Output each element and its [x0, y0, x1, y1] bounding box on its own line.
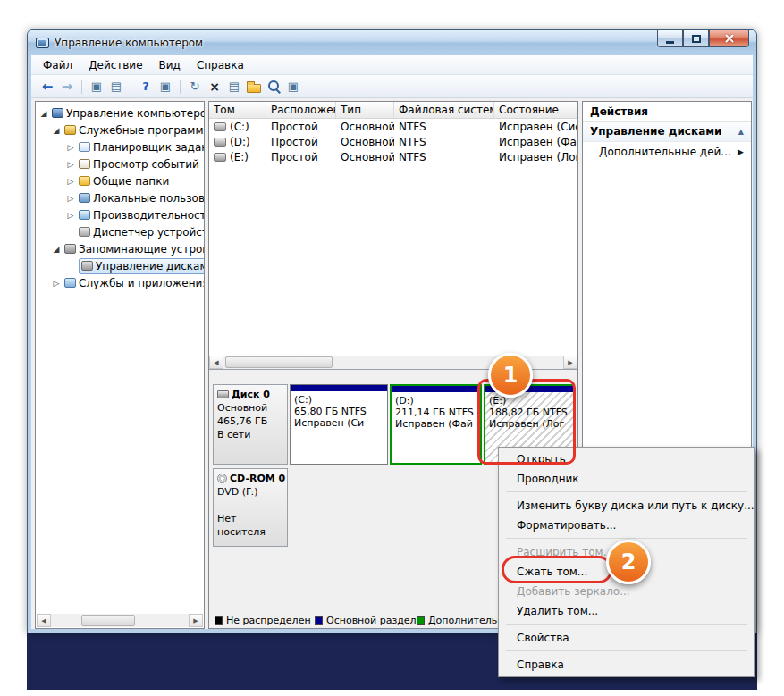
open-folder-icon[interactable] — [245, 79, 263, 95]
scroll-left-button[interactable]: ◀ — [37, 614, 51, 627]
menubar: Файл Действие Вид Справка — [31, 55, 753, 75]
search-icon[interactable] — [265, 79, 282, 95]
toolbar: ← → ▣ ▤ ? ▣ ↻ × ▤ ▣ — [31, 75, 753, 98]
volume-list: Том Расположение Тип Файловая система Со… — [209, 102, 577, 370]
show-console-tree-icon[interactable]: ▣ — [88, 79, 105, 95]
disk-size: 465,76 ГБ — [217, 415, 283, 428]
toolbar-separator — [131, 80, 131, 94]
back-icon[interactable]: ← — [38, 79, 56, 95]
partition-size: 211,14 ГБ NTFS — [395, 407, 476, 418]
menu-item-format[interactable]: Форматировать... — [499, 516, 754, 535]
tree-item-label: Производительность — [93, 209, 204, 222]
collapse-chevron-icon[interactable]: ▲ — [738, 128, 744, 136]
expander-icon[interactable]: ◢ — [51, 126, 62, 135]
column-type[interactable]: Тип — [336, 102, 394, 118]
tree-item-local-users[interactable]: ▷ Локальные пользовате — [36, 189, 204, 206]
device-manager-icon — [79, 227, 90, 237]
partition-name: (C:) — [294, 394, 384, 406]
tree-horizontal-scrollbar[interactable]: ◀ ▶ — [37, 614, 203, 627]
disk-status: В сети — [217, 428, 283, 441]
partition-c[interactable]: (C:) 65,80 ГБ NTFS Исправен (Си — [290, 384, 388, 465]
menu-item-explorer[interactable]: Проводник — [499, 469, 754, 489]
volume-icon — [214, 138, 226, 147]
volume-status: Исправен (Фай — [494, 136, 577, 148]
menu-separator — [506, 624, 747, 625]
volume-row-c[interactable]: (C:) Простой Основной NTFS Исправен (Сис — [209, 119, 577, 134]
menu-view[interactable]: Вид — [151, 56, 189, 74]
tree-item-task-scheduler[interactable]: ▷ Планировщик заданий — [36, 138, 204, 155]
column-filesystem[interactable]: Файловая система — [394, 102, 494, 118]
menu-action[interactable]: Действие — [80, 56, 150, 74]
scroll-right-button[interactable]: ▶ — [189, 614, 203, 627]
volume-icon — [214, 153, 226, 162]
tree-item-label: Планировщик заданий — [93, 141, 204, 154]
cdrom-info-box[interactable]: CD-ROM 0 DVD (F:) Нет носителя — [213, 468, 288, 547]
menu-item-properties[interactable]: Свойства — [499, 628, 754, 648]
cdrom-name: CD-ROM 0 — [230, 472, 285, 485]
tree-item-label: Просмотр событий — [93, 158, 199, 171]
tree-item-computer-management[interactable]: ◢ Управление компьютером (л — [36, 105, 204, 122]
menu-separator — [506, 538, 747, 539]
tree-item-services-apps[interactable]: ▷ Службы и приложения — [36, 274, 204, 291]
properties-icon[interactable]: ▤ — [225, 79, 243, 95]
tree-item-storage[interactable]: ◢ Запоминающие устройст — [36, 240, 204, 257]
expander-icon[interactable]: ▷ — [65, 143, 76, 152]
disk-name: Диск 0 — [232, 388, 270, 401]
tree-item-shared-folders[interactable]: ▷ Общие папки — [36, 172, 204, 189]
expander-icon[interactable]: ◢ — [38, 109, 49, 118]
storage-icon — [64, 244, 76, 254]
expander-icon[interactable]: ▷ — [65, 160, 76, 169]
menu-help[interactable]: Справка — [189, 56, 252, 74]
toolbar-separator — [81, 80, 82, 94]
menu-file[interactable]: Файл — [35, 56, 80, 74]
titlebar[interactable]: Управление компьютером — [28, 30, 756, 55]
refresh-icon[interactable]: ↻ — [186, 79, 204, 95]
menu-item-change-drive-letter[interactable]: Изменить букву диска или путь к диску... — [499, 496, 754, 516]
tree-item-performance[interactable]: ▷ Производительность — [36, 206, 204, 223]
forward-icon[interactable]: → — [58, 79, 76, 95]
actions-group-disk-management[interactable]: Управление дисками ▲ — [583, 122, 751, 142]
layout-icon[interactable]: ▣ — [284, 79, 302, 95]
expander-icon[interactable]: ▷ — [65, 177, 76, 186]
expander-icon[interactable]: ▷ — [65, 194, 76, 203]
show-action-pane-icon[interactable]: ▣ — [156, 79, 174, 95]
export-list-icon[interactable]: ▤ — [107, 79, 125, 95]
menu-item-add-mirror: Добавить зеркало... — [499, 582, 754, 601]
minimize-button[interactable] — [657, 30, 683, 47]
tree-item-label: Диспетчер устройств — [93, 226, 204, 239]
tree-item-device-manager[interactable]: Диспетчер устройств — [36, 223, 204, 240]
column-status[interactable]: Состояние — [494, 102, 577, 118]
delete-icon[interactable]: × — [206, 79, 223, 95]
menu-item-help[interactable]: Справка — [499, 655, 754, 675]
tree-item-disk-management[interactable]: Управление дисками — [36, 257, 204, 274]
tree-item-event-viewer[interactable]: ▷ Просмотр событий — [36, 155, 204, 172]
column-layout[interactable]: Расположение — [266, 102, 336, 118]
volume-type: Основной — [336, 136, 394, 148]
scroll-thumb[interactable] — [225, 356, 333, 368]
disk0-info-box[interactable]: Диск 0 Основной 465,76 ГБ В сети — [213, 384, 288, 465]
tree-item-system-tools[interactable]: ◢ Служебные программы — [36, 122, 204, 138]
actions-title: Действия — [583, 102, 751, 122]
maximize-button[interactable] — [683, 30, 709, 47]
actions-group-label: Управление дисками — [590, 125, 721, 138]
scroll-thumb[interactable] — [81, 615, 135, 626]
scroll-right-button[interactable]: ▶ — [563, 356, 577, 369]
tree-item-label: Служебные программы — [79, 124, 204, 137]
help-icon[interactable]: ? — [137, 79, 155, 95]
disk-icon — [217, 390, 229, 398]
close-button[interactable] — [709, 30, 749, 47]
expander-icon[interactable]: ▷ — [51, 279, 62, 288]
partition-d[interactable]: (D:) 211,14 ГБ NTFS Исправен (Фай — [390, 384, 482, 465]
tools-icon — [64, 125, 76, 135]
expander-icon[interactable]: ▷ — [65, 211, 76, 220]
expander-icon[interactable]: ◢ — [51, 245, 62, 254]
volume-row-d[interactable]: (D:) Простой Основной NTFS Исправен (Фай — [209, 134, 577, 149]
actions-more-item[interactable]: Дополнительные дей... ▶ — [583, 142, 751, 162]
menu-item-delete-volume[interactable]: Удалить том... — [499, 601, 754, 621]
scroll-left-button[interactable]: ◀ — [209, 356, 223, 369]
tree-item-label: Управление компьютером (л — [66, 107, 204, 120]
volume-icon — [214, 122, 226, 131]
annotation-step-1: 1 — [488, 353, 533, 398]
volume-row-e[interactable]: (E:) Простой Основной NTFS Исправен (Лог — [209, 149, 577, 164]
column-volume[interactable]: Том — [209, 102, 266, 118]
